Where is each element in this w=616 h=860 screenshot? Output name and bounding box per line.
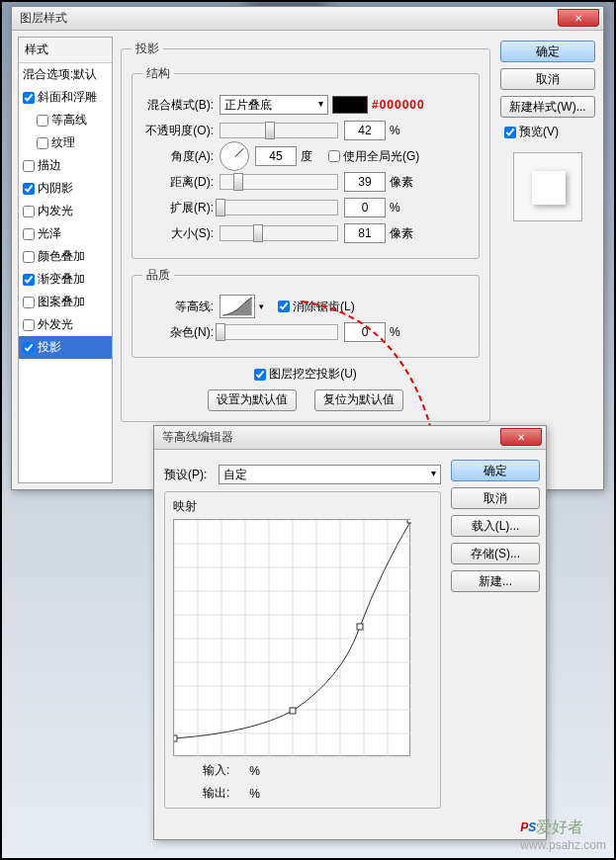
style-checkbox[interactable] [23, 319, 35, 331]
noise-slider[interactable] [220, 324, 338, 340]
style-checkbox[interactable] [23, 206, 35, 217]
style-label: 外发光 [38, 316, 73, 333]
style-checkbox[interactable] [23, 297, 35, 308]
style-item[interactable]: 图案叠加 [19, 291, 112, 313]
svg-rect-25 [407, 520, 411, 523]
spread-slider[interactable] [220, 200, 338, 215]
style-item[interactable]: 外发光 [19, 313, 112, 336]
styles-header[interactable]: 样式 [19, 38, 112, 63]
save-button[interactable]: 存储(S)... [451, 543, 540, 564]
angle-input[interactable]: 45 [255, 146, 297, 166]
ok-button[interactable]: 确定 [500, 41, 595, 62]
titlebar[interactable]: 等高线编辑器 [154, 426, 546, 450]
close-icon[interactable] [500, 428, 542, 446]
cancel-button[interactable]: 取消 [451, 487, 540, 509]
style-item[interactable]: 投影 [19, 336, 112, 359]
style-checkbox[interactable] [23, 183, 35, 195]
curve-canvas[interactable] [173, 519, 410, 756]
style-item[interactable]: 颜色叠加 [19, 245, 112, 268]
style-label: 等高线 [51, 112, 87, 129]
contour-label: 等高线: [142, 299, 220, 315]
close-icon[interactable] [558, 9, 599, 27]
distance-unit: 像素 [390, 174, 417, 191]
style-item[interactable]: 光泽 [19, 222, 112, 245]
cancel-button[interactable]: 取消 [500, 68, 595, 90]
blend-options-row[interactable]: 混合选项:默认 [19, 63, 112, 86]
contour-picker[interactable] [220, 295, 255, 318]
size-unit: 像素 [390, 225, 417, 242]
angle-dial[interactable] [220, 141, 249, 171]
quality-legend: 品质 [142, 267, 174, 284]
preview-checkbox[interactable]: 预览(V) [504, 124, 595, 140]
size-label: 大小(S): [142, 225, 220, 242]
spread-input[interactable]: 0 [344, 198, 386, 217]
style-checkbox[interactable] [23, 274, 35, 286]
distance-input[interactable]: 39 [344, 172, 386, 192]
spread-label: 扩展(R): [142, 200, 220, 216]
style-item[interactable]: 斜面和浮雕 [19, 86, 112, 109]
antialias-checkbox[interactable]: 消除锯齿(L) [278, 299, 355, 315]
blend-mode-combo[interactable]: 正片叠底 [220, 95, 328, 115]
svg-rect-23 [290, 708, 296, 714]
size-slider[interactable] [220, 225, 338, 241]
mapping-group: 映射 输入: % [164, 491, 441, 809]
opacity-slider[interactable] [220, 123, 338, 138]
style-item[interactable]: 内发光 [19, 200, 112, 222]
reset-default-button[interactable]: 复位为默认值 [314, 389, 403, 411]
titlebar[interactable]: 图层样式 [12, 7, 603, 31]
output-label: 输出: [203, 785, 229, 802]
style-label: 内发光 [38, 203, 73, 219]
svg-rect-22 [174, 735, 177, 741]
shadow-legend: 投影 [132, 41, 163, 57]
contour-editor-dialog: 等高线编辑器 预设(P): 自定 映射 [153, 425, 547, 840]
noise-label: 杂色(N): [142, 324, 220, 341]
style-checkbox[interactable] [23, 92, 35, 104]
style-label: 光泽 [38, 225, 61, 242]
svg-rect-24 [357, 624, 363, 630]
style-list: 样式 混合选项:默认 斜面和浮雕等高线纹理描边内阴影内发光光泽颜色叠加渐变叠加图… [18, 37, 113, 483]
new-style-button[interactable]: 新建样式(W)... [500, 96, 595, 118]
style-item[interactable]: 等高线 [19, 109, 112, 131]
style-item[interactable]: 渐变叠加 [19, 268, 112, 291]
layer-style-dialog: 图层样式 样式 混合选项:默认 斜面和浮雕等高线纹理描边内阴影内发光光泽颜色叠加… [11, 6, 604, 490]
shadow-color-swatch[interactable] [332, 96, 368, 114]
structure-legend: 结构 [142, 65, 174, 82]
distance-label: 距离(D): [142, 174, 220, 191]
noise-unit: % [390, 325, 417, 339]
new-button[interactable]: 新建... [451, 570, 540, 592]
style-checkbox[interactable] [23, 342, 35, 354]
style-checkbox[interactable] [37, 115, 48, 127]
global-light-checkbox[interactable]: 使用全局光(G) [328, 148, 419, 165]
style-item[interactable]: 描边 [19, 154, 112, 177]
dialog-buttons: 确定 取消 新建样式(W)... 预览(V) [498, 37, 597, 483]
distance-slider[interactable] [220, 174, 338, 190]
style-checkbox[interactable] [23, 251, 35, 263]
ok-button[interactable]: 确定 [451, 460, 540, 481]
style-item[interactable]: 内阴影 [19, 177, 112, 200]
style-label: 斜面和浮雕 [38, 89, 97, 106]
opacity-input[interactable]: 42 [344, 121, 386, 140]
chevron-down-icon[interactable]: ▾ [259, 301, 264, 311]
style-label: 图案叠加 [38, 294, 85, 310]
opacity-label: 不透明度(O): [142, 123, 220, 139]
quality-group: 品质 等高线: ▾ 消除锯齿(L) 杂色(N): 0 % [132, 267, 480, 358]
style-label: 渐变叠加 [38, 271, 85, 288]
percent-unit: % [249, 787, 260, 801]
style-item[interactable]: 纹理 [19, 131, 112, 154]
noise-input[interactable]: 0 [344, 322, 386, 342]
style-label: 颜色叠加 [38, 248, 85, 265]
style-checkbox[interactable] [23, 160, 35, 172]
shadow-group: 投影 结构 混合模式(B): 正片叠底 #000000 不透明度(O): 42 … [121, 41, 490, 422]
style-label: 投影 [38, 339, 61, 356]
preset-combo[interactable]: 自定 [219, 465, 441, 484]
structure-group: 结构 混合模式(B): 正片叠底 #000000 不透明度(O): 42 % [132, 65, 480, 259]
angle-unit: 度 [301, 148, 328, 165]
knockout-checkbox[interactable]: 图层挖空投影(U) [254, 366, 357, 383]
make-default-button[interactable]: 设置为默认值 [208, 389, 297, 411]
size-input[interactable]: 81 [344, 223, 386, 243]
style-checkbox[interactable] [37, 137, 48, 149]
style-checkbox[interactable] [23, 228, 35, 240]
load-button[interactable]: 载入(L)... [451, 515, 540, 537]
spread-unit: % [390, 201, 417, 215]
shadow-panel: 投影 结构 混合模式(B): 正片叠底 #000000 不透明度(O): 42 … [113, 37, 498, 483]
